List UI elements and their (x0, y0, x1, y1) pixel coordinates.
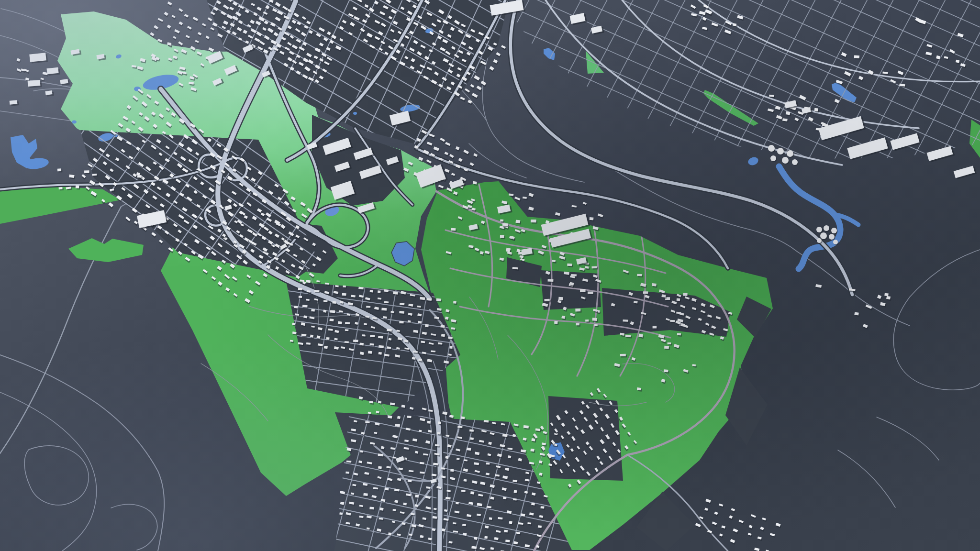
building (413, 330, 418, 333)
building (653, 326, 657, 328)
building (436, 298, 441, 301)
building (470, 437, 474, 440)
building (441, 334, 445, 337)
building (664, 346, 669, 349)
building (332, 301, 336, 304)
building (552, 260, 555, 262)
building (427, 421, 431, 424)
building (316, 280, 320, 282)
city-map-render (0, 0, 980, 551)
map-viewport (0, 0, 980, 551)
building (366, 306, 370, 308)
storage-tank (816, 227, 822, 232)
building (515, 220, 520, 223)
building (374, 432, 378, 434)
building (451, 228, 456, 231)
building (576, 323, 579, 325)
building (345, 341, 349, 343)
building (588, 292, 593, 294)
building (362, 334, 366, 336)
building (59, 187, 63, 189)
building (637, 274, 642, 276)
building (503, 497, 506, 499)
building (292, 323, 296, 325)
building (661, 294, 666, 298)
building (500, 235, 504, 238)
building (449, 346, 452, 349)
building (369, 401, 373, 403)
building (369, 507, 374, 509)
building (512, 480, 517, 482)
building (643, 291, 648, 294)
storage-tank (820, 232, 827, 239)
storage-tank (824, 225, 829, 231)
building (620, 354, 626, 356)
building (421, 341, 425, 343)
building (343, 286, 345, 287)
building (450, 469, 454, 472)
building (814, 108, 818, 111)
building (415, 495, 419, 497)
building (668, 342, 671, 344)
building (330, 319, 334, 321)
building (514, 490, 517, 493)
building (538, 525, 542, 528)
building (884, 293, 889, 297)
building (541, 506, 545, 508)
building (399, 311, 404, 314)
building (677, 298, 680, 301)
building (57, 168, 61, 171)
building (502, 223, 508, 226)
building (590, 217, 594, 220)
building (486, 463, 490, 465)
building (412, 357, 416, 360)
building (403, 503, 407, 506)
building (438, 421, 441, 424)
building (580, 289, 586, 292)
building (623, 320, 628, 322)
building (324, 346, 328, 349)
building (431, 351, 435, 353)
building (530, 449, 534, 452)
building (558, 297, 563, 300)
building (484, 536, 488, 539)
building (544, 299, 549, 301)
building (370, 343, 374, 346)
building (326, 337, 330, 340)
building (669, 320, 675, 322)
building (353, 340, 358, 342)
building (393, 509, 396, 511)
water-body (72, 121, 77, 124)
storage-tank (787, 150, 793, 157)
building (306, 342, 311, 345)
building (594, 324, 598, 326)
building (470, 491, 474, 494)
building (425, 324, 429, 327)
building (330, 310, 335, 313)
building (463, 479, 467, 482)
building (345, 329, 349, 331)
building (441, 467, 445, 470)
building (464, 459, 468, 461)
building (388, 415, 392, 419)
building (378, 336, 383, 339)
building (420, 297, 425, 300)
building (585, 320, 589, 321)
building (531, 220, 536, 222)
building (299, 296, 302, 298)
building (592, 318, 598, 321)
storage-tank (831, 228, 837, 233)
building (547, 279, 553, 282)
building (505, 540, 510, 542)
building (625, 335, 631, 337)
building (76, 186, 79, 188)
building (467, 448, 471, 451)
storage-tank (777, 148, 784, 154)
building (363, 493, 368, 496)
building (359, 343, 364, 346)
building (381, 308, 387, 310)
storage-tank (792, 159, 798, 165)
large-building (10, 100, 18, 105)
building (500, 219, 503, 221)
building (390, 403, 395, 406)
